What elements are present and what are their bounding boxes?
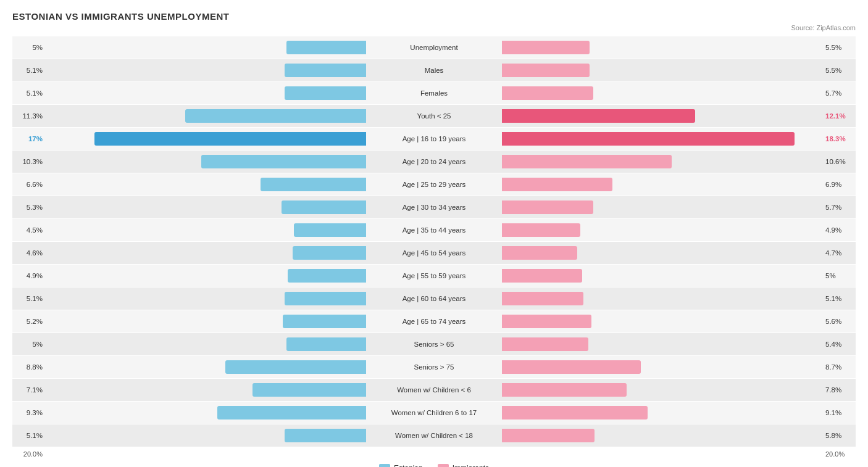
right-value: 8.7% [822,363,856,371]
chart-row: 5.1% Women w/ Children < 18 5.8% [12,424,856,447]
chart-row: 5% Seniors > 65 5.4% [12,333,856,355]
chart-container: ESTONIAN VS IMMIGRANTS UNEMPLOYMENT Sour… [0,0,868,467]
right-value: 5.4% [822,341,856,348]
right-bar [502,315,591,328]
right-bar-container [502,246,822,260]
axis-center-left [46,450,366,458]
chart-row: 4.9% Age | 55 to 59 years 5% [12,265,856,287]
left-bar-container [46,178,366,191]
axis-center-right [502,450,822,458]
legend-box-immigrants [438,464,449,467]
chart-row: 7.1% Women w/ Children < 6 7.8% [12,379,856,401]
bar-label: Unemployment [366,44,502,51]
right-bar-container [502,64,822,77]
left-bar [286,41,367,54]
right-bar-container [502,360,822,374]
bar-label: Age | 16 to 19 years [366,135,502,143]
left-value: 5.1% [12,295,46,302]
left-bar-container [46,337,366,351]
bar-label: Females [366,89,502,97]
right-bar [502,132,795,146]
left-bar [285,429,366,442]
bar-label: Age | 65 to 74 years [366,318,502,325]
right-value: 5.7% [822,89,856,97]
chart-title: ESTONIAN VS IMMIGRANTS UNEMPLOYMENT [12,11,856,22]
left-bar-container [46,41,366,54]
chart-row: 5.2% Age | 65 to 74 years 5.6% [12,310,856,333]
left-bar [185,109,366,123]
left-value: 11.3% [12,112,46,120]
bar-label: Youth < 25 [366,112,502,120]
left-bar [252,383,366,397]
right-bar [502,406,648,419]
left-value: 5.1% [12,89,46,97]
right-bar-container [502,178,822,191]
left-bar-container [46,406,366,419]
left-bar-container [46,269,366,283]
chart-row: 4.5% Age | 35 to 44 years 4.9% [12,219,856,241]
left-bar [285,292,366,305]
chart-row: 5.1% Males 5.5% [12,59,856,81]
left-bar-container [46,155,366,168]
left-value: 4.9% [12,272,46,279]
left-value: 8.8% [12,363,46,371]
chart-area: 5% Unemployment 5.5% 5.1% Males 5.5% 5.1… [12,36,856,447]
axis-row: 20.0% 20.0% [12,450,856,458]
left-bar-container [46,86,366,100]
legend-estonian: Estonian [379,464,423,467]
bar-label: Age | 30 to 34 years [366,204,502,211]
left-bar-container [46,360,366,374]
left-bar [293,246,366,260]
right-bar-container [502,86,822,100]
left-bar-container [46,292,366,305]
right-bar [502,41,590,54]
left-bar [285,86,366,100]
chart-row: 5.1% Females 5.7% [12,82,856,104]
right-bar [502,292,583,305]
axis-left-value: 20.0% [12,450,46,458]
bar-label: Age | 55 to 59 years [366,272,502,279]
bar-label: Age | 35 to 44 years [366,226,502,234]
right-bar [502,429,595,442]
right-bar-container [502,155,822,168]
bar-label: Age | 20 to 24 years [366,158,502,165]
right-value: 7.8% [822,386,856,394]
chart-row: 9.3% Women w/ Children 6 to 17 9.1% [12,402,856,424]
right-value: 5.5% [822,44,856,51]
right-bar-container [502,269,822,283]
bar-label: Women w/ Children < 6 [366,386,502,394]
left-bar-container [46,64,366,77]
chart-row: 8.8% Seniors > 75 8.7% [12,356,856,378]
right-bar [502,360,641,374]
right-bar [502,383,627,397]
left-bar-container [46,200,366,214]
left-value: 5.2% [12,318,46,325]
legend-immigrants: Immigrants [438,464,489,467]
left-bar [285,64,366,77]
right-bar-container [502,132,822,146]
bar-label: Age | 25 to 29 years [366,181,502,188]
legend-label-immigrants: Immigrants [453,464,489,467]
right-bar-container [502,109,822,123]
left-bar-container [46,429,366,442]
bar-label: Seniors > 75 [366,363,502,371]
right-value: 5.1% [822,295,856,302]
bar-label: Males [366,67,502,74]
bar-label: Women w/ Children < 18 [366,432,502,439]
right-value: 5.5% [822,67,856,74]
left-value: 9.3% [12,409,46,416]
right-value: 5.8% [822,432,856,439]
left-bar [217,406,366,419]
left-value: 17% [12,135,46,143]
left-bar-container [46,109,366,123]
right-bar-container [502,292,822,305]
axis-label-area [366,450,502,458]
right-value: 12.1% [822,112,856,120]
chart-row: 4.6% Age | 45 to 54 years 4.7% [12,242,856,264]
left-value: 5.1% [12,432,46,439]
left-bar [288,269,366,283]
right-value: 18.3% [822,135,856,143]
chart-row: 10.3% Age | 20 to 24 years 10.6% [12,151,856,173]
left-bar [294,223,366,237]
right-value: 10.6% [822,158,856,165]
